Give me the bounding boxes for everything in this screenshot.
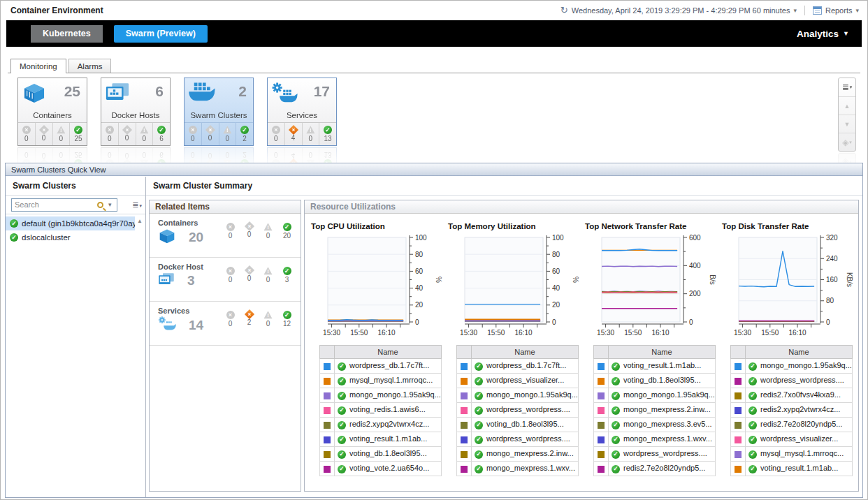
legend-row[interactable]: ✓mongo_mongo.1.95ak9q...	[457, 388, 579, 403]
view-list-button[interactable]: ≣▾	[839, 78, 855, 96]
series-name: voting_result.1.m1ab...	[623, 361, 701, 369]
warning-status: !0	[259, 223, 277, 240]
search-icon[interactable]	[97, 202, 103, 208]
legend-row[interactable]: ✓mongo_mexpress.3.ev5...	[594, 418, 716, 432]
legend-row[interactable]: ✓mongo_mongo.1.95ak9q...	[731, 359, 853, 374]
cluster-list-item[interactable]: ✓default (gin1b9kbtca0a4q9r70ay	[6, 216, 135, 230]
legend-row[interactable]: ✓mongo_mexpress.2.inw...	[457, 447, 579, 462]
legend-row[interactable]: ✓voting_db.1.8eol3l95...	[320, 447, 442, 462]
legend-row[interactable]: ✓redis2.7e2o8l20yndp5...	[731, 418, 853, 432]
cluster-list-item[interactable]: ✓dslocalcluster	[6, 230, 135, 244]
scroll-down-button[interactable]: ▼	[839, 115, 855, 133]
normal-status-icon: ✓	[74, 126, 82, 134]
series-name: mongo_mexpress.2.inw...	[486, 449, 574, 457]
svg-text:15:50: 15:50	[487, 329, 505, 337]
legend-row[interactable]: ✓mongo_mexpress.2.inw...	[594, 403, 716, 418]
normal-status-icon: ✓	[612, 406, 620, 415]
series-color-swatch	[598, 407, 605, 414]
svg-text:600: 600	[689, 234, 701, 242]
legend-row[interactable]: ✓voting_redis.1.awis6...	[320, 403, 442, 418]
timerange-label[interactable]: Wednesday, April 24, 2019 3:29:29 PM - 4…	[572, 6, 790, 15]
legend-row[interactable]: ✓wordpress_db.1.7c7ft...	[457, 359, 579, 374]
swarm-button[interactable]: Swarm (Preview)	[114, 25, 208, 43]
memory-legend-table: Name ✓wordpress_db.1.7c7ft...✓wordpress_…	[456, 345, 579, 476]
tile-options-button[interactable]: ◈▾	[839, 133, 855, 151]
legend-row[interactable]: ✓mongo_mongo.1.95ak9q...	[320, 388, 442, 403]
legend-row[interactable]: ✓wordpress_db.1.7c7ft...	[320, 359, 442, 374]
search-box: ▾	[11, 198, 117, 212]
search-input[interactable]	[15, 200, 93, 210]
related-row-containers[interactable]: Containers 20	[150, 214, 301, 258]
kubernetes-button[interactable]: Kubernetes	[31, 25, 103, 43]
summary-panels: Related Items Containers	[146, 196, 862, 497]
legend-row[interactable]: ✓wordpress_visualizer...	[731, 432, 853, 447]
series-name: mongo_mongo.1.95ak9q...	[349, 390, 441, 399]
legend-row[interactable]: ✓voting_result.1.m1ab...	[594, 359, 716, 374]
legend-row[interactable]: ✓wordpress_wordpress....	[594, 447, 716, 462]
scroll-up-button[interactable]: ▲	[839, 96, 855, 115]
related-row-docker-host[interactable]: Docker Host 3	[150, 258, 301, 302]
tile-swarm-clusters[interactable]: 2 Swarm Clusters ×0+0!0✓2	[184, 78, 254, 146]
series-name: voting_db.1.8eol3l95...	[623, 376, 701, 384]
tile-services[interactable]: 17 Services ×0+4!0✓13	[267, 78, 337, 146]
svg-text:60: 60	[552, 267, 560, 275]
fatal-status-icon: ×	[106, 126, 114, 134]
legend-swatch-header	[457, 346, 472, 359]
legend-row[interactable]: ✓mongo_mexpress.1.wxv...	[457, 462, 579, 476]
tab-alarms[interactable]: Alarms	[68, 59, 112, 73]
legend-row[interactable]: ✓redis2.7xo0fvsv4kxa9...	[731, 388, 853, 403]
search-options-caret-icon[interactable]: ▾	[108, 201, 112, 208]
critical-status: +0	[240, 267, 259, 282]
network-transfer-chart: 0200400600B/s15:3015:5016:10	[592, 232, 725, 337]
reports-menu[interactable]: Reports	[825, 6, 853, 15]
svg-text:400: 400	[689, 262, 701, 270]
critical-on-status-icon: +	[289, 125, 298, 135]
related-services-statuses: ×0+2!0✓12	[221, 311, 296, 328]
legend-row[interactable]: ✓voting_db.1.8eol3l95...	[457, 418, 579, 432]
legend-row[interactable]: ✓voting_result.1.m1ab...	[731, 462, 853, 476]
page-title: Container Environment	[10, 6, 103, 15]
series-color-swatch	[735, 407, 742, 414]
series-color-swatch	[461, 392, 468, 399]
legend-row[interactable]: ✓wordpress_wordpress....	[457, 432, 579, 447]
services-status-row: ×0+4!0✓13	[268, 122, 336, 145]
status-count: 0	[125, 134, 129, 142]
series-color-swatch	[461, 436, 468, 443]
legend-row[interactable]: ✓mysql_mysql.1.mrroqc...	[731, 447, 853, 462]
legend-row[interactable]: ✓wordpress_wordpress....	[731, 374, 853, 388]
timerange-caret-icon[interactable]: ▾	[793, 7, 797, 14]
normal-status: ✓13	[319, 123, 336, 145]
legend-row[interactable]: ✓mysql_mysql.1.mrroqc...	[320, 374, 442, 388]
legend-row[interactable]: ✓wordpress_wordpress....	[457, 403, 579, 418]
tile-containers[interactable]: 25 Containers ×0+0!0✓25	[17, 78, 87, 146]
legend-row[interactable]: ✓voting_vote.2.ua654o...	[320, 462, 442, 476]
legend-row[interactable]: ✓redis2.xypq2vtwrx4cz...	[320, 418, 442, 432]
related-row-services[interactable]: Services	[150, 302, 301, 346]
tile-docker-hosts[interactable]: 6 Docker Hosts ×0+0!0✓6	[101, 78, 171, 146]
normal-status-icon: ✓	[612, 392, 620, 400]
list-options-button[interactable]: ≣▾	[132, 200, 142, 209]
list-scrollbar-up-button[interactable]: ▲	[136, 216, 144, 225]
svg-text:0: 0	[415, 318, 419, 326]
legend-row[interactable]: ✓wordpress_visualizer...	[457, 374, 579, 388]
analytics-menu[interactable]: Analytics ▼	[797, 29, 849, 39]
legend-row[interactable]: ✓voting_result.1.m1ab...	[320, 432, 442, 447]
reports-caret-icon[interactable]: ▾	[855, 7, 859, 14]
tab-monitoring[interactable]: Monitoring	[10, 59, 66, 73]
legend-row[interactable]: ✓mongo_mongo.1.95ak9q...	[594, 388, 716, 403]
legend-row[interactable]: ✓voting_db.1.8eol3l95...	[594, 374, 716, 388]
legend-row[interactable]: ✓redis2.7e2o8l20yndp5...	[594, 462, 716, 476]
cpu-legend-table: Name ✓wordpress_db.1.7c7ft...✓mysql_mysq…	[319, 345, 442, 476]
svg-text:15:30: 15:30	[460, 329, 477, 337]
legend-row[interactable]: ✓redis2.xypq2vtwrx4cz...	[731, 403, 853, 418]
status-count: 0	[59, 135, 64, 142]
warning-status: !0	[259, 311, 277, 328]
svg-text:80: 80	[415, 251, 424, 258]
normal-status-icon: ✓	[338, 392, 346, 400]
critical-status: +0	[35, 123, 52, 145]
series-color-swatch	[735, 378, 742, 385]
legend-row[interactable]: ✓mongo_mexpress.1.wxv...	[594, 432, 716, 447]
swarm-clusters-label: Swarm Clusters	[185, 111, 253, 119]
critical-status-icon: +	[244, 221, 254, 231]
svg-text:60: 60	[415, 267, 424, 275]
